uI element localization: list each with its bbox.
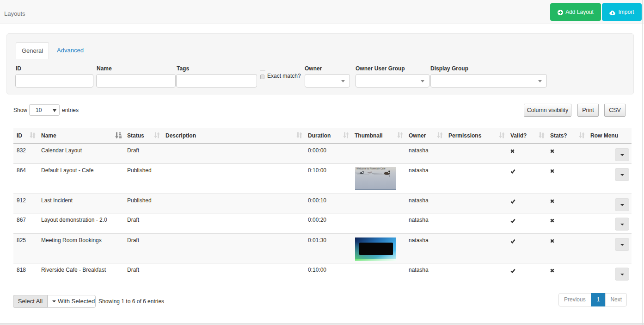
svg-text:Welcome to Riverside Cafe: Welcome to Riverside Cafe [356,167,386,170]
